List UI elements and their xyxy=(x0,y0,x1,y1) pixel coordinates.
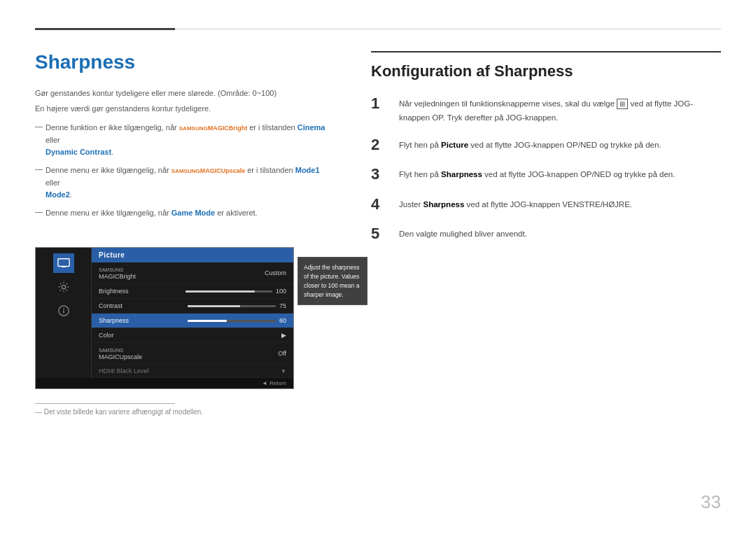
menu-content: Picture SAMSUNG MAGICBright Custom xyxy=(92,248,293,378)
brightness-label: Brightness xyxy=(99,288,186,295)
page-container: Sharpness Gør genstandes kontur tydelige… xyxy=(0,0,756,534)
step-5-number: 5 xyxy=(371,225,388,243)
step-2-text: Flyt hen på Picture ved at flytte JOG-kn… xyxy=(399,136,662,153)
right-column: Konfiguration af Sharpness 1 Når vejledn… xyxy=(371,51,721,416)
brightness-slider xyxy=(186,290,272,293)
sharpness-fill xyxy=(188,320,227,322)
sidebar-icon-monitor xyxy=(53,253,74,273)
return-arrow: ◄ xyxy=(262,380,267,386)
menu-row-magicupscale: SAMSUNG MAGICUpscale Off xyxy=(92,343,293,365)
steps-list: 1 Når vejledningen til funktionsknappern… xyxy=(371,94,721,244)
monitor-screen: Picture SAMSUNG MAGICBright Custom xyxy=(36,248,293,378)
desc1: Gør genstandes kontur tydeligere eller m… xyxy=(35,87,329,100)
return-btn: ◄ Return xyxy=(262,380,286,386)
monitor-tooltip: Adjust the sharpness of the picture. Val… xyxy=(298,257,368,305)
menu-row-color: Color ▶ xyxy=(92,328,293,343)
magicbright-value: Custom xyxy=(265,269,286,276)
note-1: — Denne funktion er ikke tilgængelig, nå… xyxy=(35,122,329,159)
note-text-2: Denne menu er ikke tilgængelig, når SAMS… xyxy=(46,164,329,202)
contrast-fill xyxy=(188,305,241,307)
top-rules xyxy=(35,28,721,30)
brightness-fill xyxy=(186,290,255,293)
section-title: Sharpness xyxy=(35,51,329,73)
step-4-text: Juster Sharpness ved at flytte JOG-knapp… xyxy=(399,195,632,212)
step-4: 4 Juster Sharpness ved at flytte JOG-kna… xyxy=(371,195,721,213)
footnote-line xyxy=(35,403,175,404)
note-text-3: Denne menu er ikke tilgængelig, når Game… xyxy=(46,207,258,220)
step-1-number: 1 xyxy=(371,94,388,113)
menu-row-magicbright: SAMSUNG MAGICBright Custom xyxy=(92,262,293,284)
monitor-mockup-wrapper: Picture SAMSUNG MAGICBright Custom xyxy=(35,236,294,389)
note-dash-1: — xyxy=(35,122,43,130)
menu-sidebar xyxy=(36,248,92,378)
magicupscale-value: Off xyxy=(278,350,286,357)
color-arrow: ▶ xyxy=(281,332,286,339)
svg-rect-0 xyxy=(57,259,69,267)
menu-row-contrast: Contrast 75 xyxy=(92,299,293,314)
left-column: Sharpness Gør genstandes kontur tydelige… xyxy=(35,51,329,416)
contrast-track xyxy=(188,305,276,307)
step-5-text: Den valgte mulighed bliver anvendt. xyxy=(399,225,527,241)
sharpness-slider xyxy=(188,320,276,322)
step-1: 1 Når vejledningen til funktionsknappern… xyxy=(371,94,721,125)
step-2-number: 2 xyxy=(371,136,388,154)
step-4-number: 4 xyxy=(371,195,388,213)
step-1-text: Når vejledningen til funktionsknapperne … xyxy=(399,94,721,125)
monitor-mockup: Picture SAMSUNG MAGICBright Custom xyxy=(35,247,294,389)
sidebar-icon-info xyxy=(53,301,74,321)
hdmi-arrow: ▼ xyxy=(281,368,286,374)
columns: Sharpness Gør genstandes kontur tydelige… xyxy=(35,51,721,416)
sharpness-value: 60 xyxy=(279,317,286,324)
page-number: 33 xyxy=(701,491,721,513)
brightness-track xyxy=(186,290,272,293)
contrast-label: Contrast xyxy=(99,302,188,309)
step-3: 3 Flyt hen på Sharpness ved at flytte JO… xyxy=(371,165,721,183)
dynamic-contrast-label: Dynamic Contrast xyxy=(46,148,111,156)
note-text-1: Denne funktion er ikke tilgængelig, når … xyxy=(46,122,329,159)
tooltip-text: Adjust the sharpness of the picture. Val… xyxy=(304,264,359,297)
sharpness-label: Sharpness xyxy=(99,317,188,324)
sharpness-track xyxy=(188,320,276,322)
step-5: 5 Den valgte mulighed bliver anvendt. xyxy=(371,225,721,243)
menu-header: Picture xyxy=(92,248,293,262)
menu-row-sharpness: Sharpness 60 xyxy=(92,314,293,328)
menu-row-brightness: Brightness 100 xyxy=(92,284,293,299)
sidebar-icon-settings xyxy=(53,277,74,297)
hdmi-label: HDMI Black Level xyxy=(99,367,281,374)
step-2: 2 Flyt hen på Picture ved at flytte JOG-… xyxy=(371,136,721,154)
rule-dark xyxy=(35,28,175,30)
contrast-slider xyxy=(188,305,276,307)
desc2: En højere værdi gør genstandens kontur t… xyxy=(35,103,329,115)
magicbright-label: SAMSUNG MAGICBright xyxy=(99,266,265,280)
note-2: — Denne menu er ikke tilgængelig, når SA… xyxy=(35,164,329,202)
magicupscale-label: SAMSUNG MAGICUpscale xyxy=(99,346,278,360)
note-dash-3: — xyxy=(35,207,43,216)
note-dash-2: — xyxy=(35,164,43,173)
svg-point-6 xyxy=(63,308,64,309)
konfiguration-title: Konfiguration af Sharpness xyxy=(371,51,721,80)
rule-light xyxy=(175,29,721,29)
svg-point-3 xyxy=(62,286,65,289)
monitor-bottom: ◄ Return xyxy=(36,378,293,388)
step-3-text: Flyt hen på Sharpness ved at flytte JOG-… xyxy=(399,165,675,182)
footnote-text: — Det viste billede kan variere afhængig… xyxy=(35,408,329,416)
contrast-value: 75 xyxy=(279,302,286,309)
menu-row-hdmi: HDMI Black Level ▼ xyxy=(92,365,293,378)
note-3: — Denne menu er ikke tilgængelig, når Ga… xyxy=(35,207,329,220)
brightness-value: 100 xyxy=(276,288,286,295)
step-3-number: 3 xyxy=(371,165,388,183)
color-label: Color xyxy=(99,332,281,339)
return-label: Return xyxy=(270,380,286,386)
